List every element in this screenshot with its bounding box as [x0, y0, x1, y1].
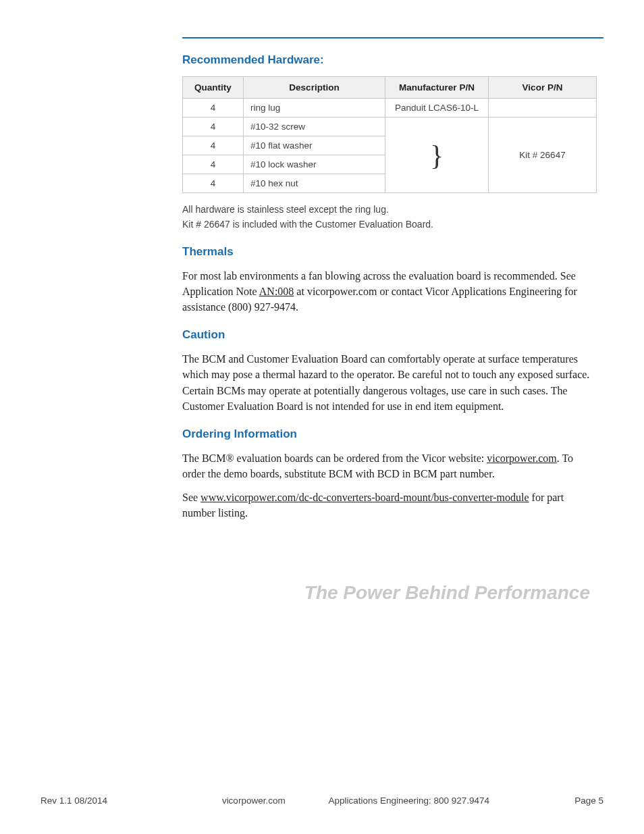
col-quantity: Quantity	[183, 77, 244, 99]
cell-qty: 4	[183, 99, 244, 118]
caution-paragraph: The BCM and Customer Evaluation Board ca…	[182, 351, 597, 414]
heading-thermals: Thermals	[182, 245, 597, 259]
cell-vicor	[489, 99, 597, 118]
cell-desc: ring lug	[244, 99, 385, 118]
table-header-row: Quantity Description Manufacturer P/N Vi…	[183, 77, 597, 99]
brace-cell: }	[385, 118, 489, 193]
text: See	[182, 492, 200, 503]
cell-desc: #10 flat washer	[244, 136, 385, 155]
cell-desc: #10-32 screw	[244, 118, 385, 136]
table-row: 4 ring lug Panduit LCAS6-10-L	[183, 99, 597, 118]
link-bus-converter-module[interactable]: www.vicorpower.com/dc-dc-converters-boar…	[200, 492, 529, 503]
col-manufacturer-pn: Manufacturer P/N	[385, 77, 489, 99]
footer-center: vicorpower.com Applications Engineering:…	[176, 796, 536, 806]
thermals-paragraph: For most lab environments a fan blowing …	[182, 268, 597, 315]
heading-recommended-hardware: Recommended Hardware:	[182, 53, 597, 67]
table-row: 4 #10-32 screw } Kit # 26647	[183, 118, 597, 136]
cell-qty: 4	[183, 174, 244, 193]
hardware-note-1: All hardware is stainless steel except t…	[182, 203, 597, 216]
col-vicor-pn: Vicor P/N	[489, 77, 597, 99]
hardware-note-2: Kit # 26647 is included with the Custome…	[182, 217, 597, 231]
page-footer: Rev 1.1 08/2014 vicorpower.com Applicati…	[41, 796, 603, 806]
heading-caution: Caution	[182, 328, 597, 342]
text: The BCM® evaluation boards can be ordere…	[182, 452, 487, 464]
ordering-paragraph-1: The BCM® evaluation boards can be ordere…	[182, 450, 597, 481]
heading-ordering-information: Ordering Information	[182, 427, 597, 441]
ordering-paragraph-2: See www.vicorpower.com/dc-dc-converters-…	[182, 490, 597, 521]
tagline: The Power Behind Performance	[182, 582, 597, 604]
document-page: Recommended Hardware: Quantity Descripti…	[0, 0, 644, 834]
footer-rev: Rev 1.1 08/2014	[41, 796, 176, 806]
cell-qty: 4	[183, 118, 244, 136]
cell-vicor-kit: Kit # 26647	[489, 118, 597, 193]
col-description: Description	[244, 77, 385, 99]
cell-qty: 4	[183, 155, 244, 174]
top-rule	[182, 37, 603, 38]
content-area: Recommended Hardware: Quantity Descripti…	[182, 53, 597, 604]
footer-engineering: Applications Engineering: 800 927.9474	[328, 796, 489, 806]
cell-mfr: Panduit LCAS6-10-L	[385, 99, 489, 118]
cell-desc: #10 lock washer	[244, 155, 385, 174]
hardware-table: Quantity Description Manufacturer P/N Vi…	[182, 76, 597, 193]
footer-site: vicorpower.com	[222, 796, 286, 806]
cell-desc: #10 hex nut	[244, 174, 385, 193]
link-vicorpower[interactable]: vicorpower.com	[487, 452, 557, 464]
footer-page: Page 5	[536, 796, 603, 806]
link-an008[interactable]: AN:008	[259, 286, 294, 297]
cell-qty: 4	[183, 136, 244, 155]
